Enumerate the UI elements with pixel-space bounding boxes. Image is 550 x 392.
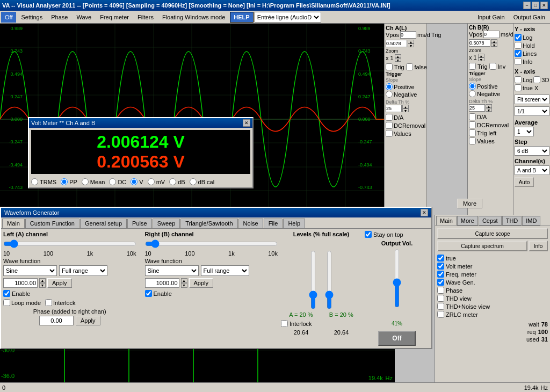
wave-func-select-a[interactable]: SineSquareTriangle [3, 265, 57, 276]
phase-checkbox[interactable] [437, 287, 444, 294]
wg-tab-file[interactable]: File [264, 219, 283, 228]
ch-a-delta-down[interactable]: ▼ [402, 108, 409, 112]
ch-a-zoom-up[interactable]: ▲ [395, 54, 401, 58]
ch-b-zoom-up[interactable]: ▲ [478, 54, 484, 57]
apply-freq-a-button[interactable]: Apply [47, 278, 72, 288]
ch-b-delta-input[interactable] [469, 104, 485, 112]
unit-db-radio[interactable] [169, 178, 176, 185]
freq-meter-button[interactable]: Freq.meter [96, 12, 133, 23]
tab-thd[interactable]: THD [502, 216, 522, 226]
freq-up-b[interactable]: ▲ [181, 278, 187, 283]
ch-a-da-checkbox[interactable] [386, 114, 393, 121]
freq-input-b[interactable] [145, 278, 179, 288]
ratio-select[interactable]: 1/1 [515, 106, 549, 116]
range-select-b[interactable]: Full rangeHalf range [201, 265, 249, 276]
mode-dc-radio[interactable] [109, 178, 116, 185]
maximize-button[interactable]: □ [532, 2, 539, 9]
freq-input-a[interactable] [3, 278, 38, 288]
ch-a-zoom-down[interactable]: ▼ [395, 58, 401, 62]
apply-phase-button[interactable]: Apply [76, 316, 100, 325]
wg-tab-pulse[interactable]: Pulse [127, 219, 152, 228]
zrlc-checkbox[interactable] [437, 311, 444, 318]
auto-button[interactable]: Auto [515, 177, 534, 187]
ch-b-positive-radio[interactable] [469, 83, 476, 90]
ch-b-zoom-down[interactable]: ▼ [478, 57, 484, 61]
wave-button[interactable]: Wave [73, 12, 95, 23]
input-select[interactable]: Entrée ligne (AudioD [255, 12, 321, 23]
ch-a-vpos-input[interactable] [400, 31, 416, 39]
interlock-levels-checkbox[interactable] [281, 320, 288, 327]
off-button-wg[interactable]: Off [378, 331, 416, 346]
wave-gen-checkbox[interactable] [437, 279, 444, 286]
ch-b-da-checkbox[interactable] [469, 113, 476, 120]
phase-input[interactable] [39, 316, 74, 325]
channels-select[interactable]: A and B [515, 165, 549, 175]
ch-a-delta-up[interactable]: ▲ [402, 105, 409, 108]
ch-b-vpos-up[interactable]: ▲ [491, 39, 497, 43]
x-3d-checkbox[interactable] [533, 76, 540, 83]
voltmeter-close[interactable]: ✕ [243, 119, 250, 127]
ch-a-negative-radio[interactable] [386, 91, 393, 98]
freq-meter-checkbox[interactable] [437, 271, 444, 278]
ch-b-delta-up[interactable]: ▲ [486, 104, 492, 108]
input-gain-button[interactable]: Input Gain [474, 12, 509, 23]
wg-tab-help[interactable]: Help [283, 219, 305, 228]
ch-a-vpos2-input[interactable] [386, 40, 407, 47]
mode-pp-radio[interactable] [61, 178, 68, 185]
stay-on-top-checkbox[interactable] [437, 255, 444, 262]
hold-y-checkbox[interactable] [515, 42, 522, 49]
off-button[interactable]: Off [1, 12, 16, 23]
filters-button[interactable]: Filters [134, 12, 157, 23]
wg-tab-custom[interactable]: Custom Function [25, 219, 79, 228]
ch-a-dcremoval-checkbox[interactable] [386, 122, 393, 129]
wg-tab-general[interactable]: General setup [80, 219, 127, 228]
tab-cepst[interactable]: Cepst [479, 216, 502, 226]
phase-button[interactable]: Phase [47, 12, 71, 23]
fit-screen-select[interactable]: Fit screen [515, 95, 549, 104]
tab-main[interactable]: Main [436, 216, 457, 226]
stay-on-top-wg-checkbox[interactable] [365, 231, 372, 238]
average-select[interactable]: 1 [515, 127, 534, 136]
log-y-checkbox[interactable] [515, 34, 522, 41]
output-vol-slider[interactable] [392, 249, 402, 308]
ch-b-delta-down[interactable]: ▼ [486, 108, 492, 112]
wg-tab-triangle[interactable]: Triangle/Sawtooth [180, 219, 237, 228]
lines-y-checkbox[interactable] [515, 50, 522, 57]
ch-b-values-checkbox[interactable] [469, 137, 476, 144]
wave-func-select-b[interactable]: SineSquareTriangle [145, 265, 199, 276]
freq-down-b[interactable]: ▼ [181, 283, 187, 288]
info-y-checkbox[interactable] [515, 58, 522, 65]
log-x-checkbox[interactable] [515, 76, 522, 83]
ch-b-vpos-input[interactable] [483, 31, 500, 38]
level-a-slider[interactable] [308, 250, 319, 309]
mode-trms-radio[interactable] [31, 178, 38, 185]
wg-tab-main[interactable]: Main [2, 219, 25, 228]
loop-mode-checkbox[interactable] [3, 299, 10, 306]
ch-a-positive-radio[interactable] [386, 83, 393, 90]
output-gain-button[interactable]: Output Gain [510, 12, 549, 23]
ch-a-inv-checkbox[interactable] [406, 63, 413, 70]
settings-button[interactable]: Settings [17, 12, 46, 23]
unit-mv-radio[interactable] [148, 178, 155, 185]
level-b-slider[interactable] [324, 250, 335, 309]
true-x-checkbox[interactable] [515, 84, 522, 91]
enable-a-checkbox[interactable] [3, 290, 10, 297]
unit-dbcal-radio[interactable] [190, 178, 197, 185]
ch-a-trig-checkbox[interactable] [386, 63, 393, 70]
wg-close-button[interactable]: ✕ [421, 209, 428, 216]
more-button[interactable]: More [457, 199, 482, 208]
ch-a-delta-input[interactable] [386, 105, 402, 112]
range-select-a[interactable]: Full rangeHalf range [59, 265, 107, 276]
ch-b-trig-checkbox[interactable] [469, 63, 476, 70]
ch-b-inv-checkbox[interactable] [489, 63, 496, 70]
mode-mean-radio[interactable] [82, 178, 89, 185]
thd-noise-checkbox[interactable] [437, 303, 444, 310]
ch-b-vpos2-input[interactable] [469, 39, 490, 47]
volt-meter-checkbox[interactable] [437, 263, 444, 270]
ch-b-trigleft-checkbox[interactable] [469, 129, 476, 136]
ch-a-values-checkbox[interactable] [386, 130, 393, 137]
tab-more[interactable]: More [457, 216, 478, 226]
wg-tab-sweep[interactable]: Sweep [153, 219, 180, 228]
ch-b-negative-radio[interactable] [469, 90, 476, 97]
freq-down-a[interactable]: ▼ [39, 283, 46, 288]
